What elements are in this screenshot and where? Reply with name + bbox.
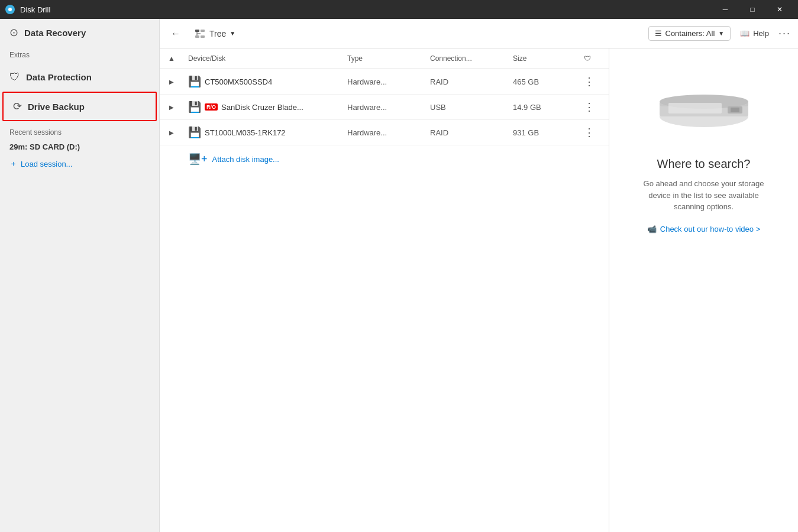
window-controls: ─ □ ✕ (712, 0, 793, 19)
connection-cell: RAID (425, 74, 508, 90)
hdd-illustration (657, 84, 751, 143)
row-expand-icon[interactable]: ▶ (160, 75, 183, 89)
more-options-cell[interactable]: ⋮ (579, 97, 609, 117)
device-name-cell: 💾 R/O SanDisk Cruzer Blade... (183, 97, 343, 117)
attach-disk-label: Attach disk image... (212, 155, 279, 164)
tree-icon (194, 28, 206, 40)
tree-label: Tree (209, 29, 226, 38)
titlebar-app-info: Disk Drill (5, 4, 50, 15)
back-button[interactable]: ← (167, 25, 185, 43)
header-type: Type (343, 52, 425, 65)
device-name-cell: 💾 ST1000LM035-1RK172 (183, 122, 343, 142)
connection-cell: RAID (425, 125, 508, 141)
containers-label: Containers: All (665, 29, 715, 38)
device-name-label: ST1000LM035-1RK172 (205, 128, 286, 137)
shield-icon: 🛡 (584, 54, 591, 63)
load-session-button[interactable]: ＋ Load session... (0, 155, 159, 173)
header-size: Size (508, 52, 579, 65)
table-header: ▲ Device/Disk Type Connection... Size 🛡 (160, 48, 609, 69)
svg-rect-14 (668, 103, 722, 113)
maximize-button[interactable]: □ (739, 0, 766, 19)
disk-icon: 💾 (188, 126, 201, 139)
disk-icon: 💾 (188, 100, 201, 113)
close-button[interactable]: ✕ (766, 0, 793, 19)
sort-up-icon: ▲ (168, 54, 175, 63)
help-label: Help (753, 29, 769, 38)
sidebar-item-data-recovery[interactable]: ⊙ Data Recovery (0, 19, 159, 46)
header-protection: 🛡 (579, 52, 609, 65)
help-book-icon: 📖 (740, 29, 749, 38)
how-to-video-link[interactable]: 📹 Check out our how-to video > (647, 225, 760, 233)
help-button[interactable]: 📖 Help (740, 29, 769, 38)
connection-cell: USB (425, 99, 508, 115)
disk-table: ▲ Device/Disk Type Connection... Size 🛡 … (160, 48, 609, 532)
attach-disk-button[interactable]: 🖥️+ Attach disk image... (160, 145, 609, 173)
sidebar-item-data-protection-label: Data Protection (26, 72, 92, 82)
svg-rect-3 (201, 30, 205, 32)
minimize-button[interactable]: ─ (712, 0, 739, 19)
table-row[interactable]: ▶ 💾 CT500MX500SSD4 Hardware... RAID 465 … (160, 69, 609, 95)
tree-button[interactable]: Tree ▼ (194, 28, 235, 40)
how-to-video-label: Check out our how-to video > (660, 225, 760, 233)
content-area: ← Tree ▼ ☰ Containers: All ▼ (160, 19, 798, 532)
table-right-panel-layout: ▲ Device/Disk Type Connection... Size 🛡 … (160, 48, 798, 532)
extras-section-label: Extras (0, 46, 159, 64)
app-icon (5, 4, 15, 15)
sidebar-item-drive-backup[interactable]: ⟳ Drive Backup (2, 92, 157, 121)
recent-sessions-label: Recent sessions (0, 122, 159, 139)
tree-chevron-icon: ▼ (230, 30, 235, 37)
header-device-disk: Device/Disk (183, 52, 343, 65)
header-connection: Connection... (425, 52, 508, 65)
more-options-cell[interactable]: ⋮ (579, 72, 609, 92)
containers-button[interactable]: ☰ Containers: All ▼ (648, 26, 731, 41)
svg-rect-4 (195, 35, 199, 38)
table-row[interactable]: ▶ 💾 R/O SanDisk Cruzer Blade... Hardware… (160, 95, 609, 120)
svg-rect-5 (201, 35, 205, 38)
data-recovery-icon: ⊙ (9, 26, 18, 39)
main-layout: ⊙ Data Recovery Extras 🛡 Data Protection… (0, 19, 798, 532)
header-expand: ▲ (160, 52, 183, 65)
readonly-badge: R/O (205, 103, 218, 111)
sidebar-item-data-protection[interactable]: 🛡 Data Protection (0, 64, 159, 90)
type-cell: Hardware... (343, 99, 425, 115)
device-name-label: CT500MX500SSD4 (205, 77, 272, 86)
type-cell: Hardware... (343, 125, 425, 141)
svg-point-1 (8, 8, 12, 11)
size-cell: 931 GB (508, 125, 579, 141)
row-expand-icon[interactable]: ▶ (160, 100, 183, 114)
sidebar: ⊙ Data Recovery Extras 🛡 Data Protection… (0, 19, 160, 532)
app-title: Disk Drill (20, 5, 50, 14)
video-icon: 📹 (647, 225, 657, 233)
titlebar: Disk Drill ─ □ ✕ (0, 0, 798, 19)
table-row[interactable]: ▶ 💾 ST1000LM035-1RK172 Hardware... RAID … (160, 120, 609, 145)
where-to-search-heading: Where to search? (657, 157, 751, 171)
data-protection-icon: 🛡 (9, 71, 20, 83)
row-more-icon[interactable]: ⋮ (584, 101, 595, 113)
toolbar: ← Tree ▼ ☰ Containers: All ▼ (160, 19, 798, 48)
filter-icon: ☰ (655, 29, 662, 38)
right-panel: Where to search? Go ahead and choose you… (609, 48, 798, 532)
type-cell: Hardware... (343, 74, 425, 90)
plus-icon: ＋ (9, 158, 17, 169)
where-to-search-description: Go ahead and choose your storage device … (633, 178, 775, 213)
more-options-button[interactable]: ··· (778, 27, 791, 40)
row-expand-icon[interactable]: ▶ (160, 126, 183, 140)
row-more-icon[interactable]: ⋮ (584, 76, 595, 87)
sidebar-item-data-recovery-label: Data Recovery (24, 28, 86, 38)
drive-backup-icon: ⟳ (13, 100, 22, 113)
size-cell: 14.9 GB (508, 99, 579, 115)
load-session-label: Load session... (21, 160, 72, 168)
disk-icon: 💾 (188, 75, 201, 88)
device-name-cell: 💾 CT500MX500SSD4 (183, 72, 343, 92)
more-options-cell[interactable]: ⋮ (579, 122, 609, 142)
device-name-label: SanDisk Cruzer Blade... (221, 103, 303, 112)
size-cell: 465 GB (508, 74, 579, 90)
attach-disk-icon: 🖥️+ (188, 153, 208, 166)
sidebar-item-drive-backup-label: Drive Backup (28, 102, 85, 112)
svg-rect-13 (731, 108, 739, 112)
svg-rect-2 (195, 30, 199, 32)
row-more-icon[interactable]: ⋮ (584, 126, 595, 138)
session-item[interactable]: 29m: SD CARD (D:) (0, 139, 159, 155)
containers-chevron-icon: ▼ (718, 30, 724, 37)
